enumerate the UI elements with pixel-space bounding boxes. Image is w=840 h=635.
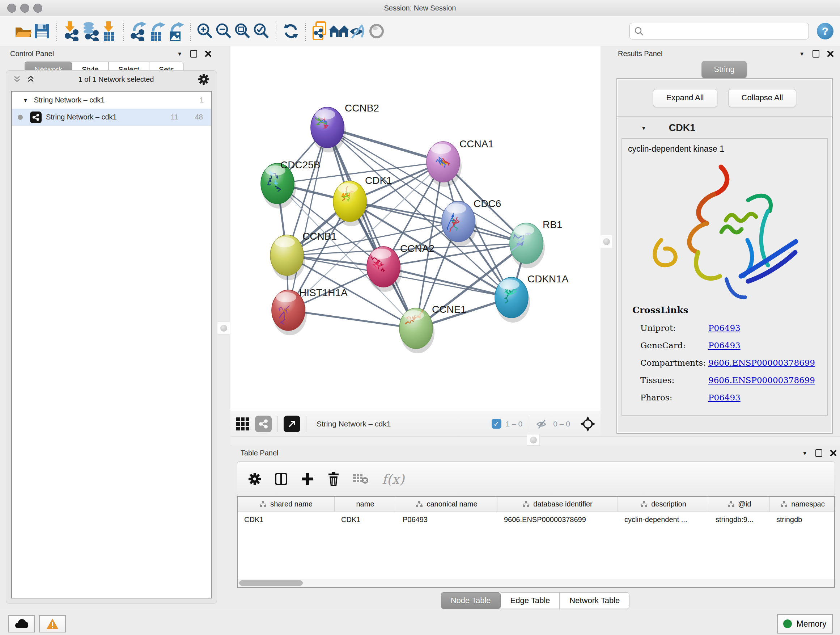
network-row[interactable]: String Network – cdk1 11 48 <box>12 109 211 126</box>
table-cell[interactable]: stringdb:9... <box>709 516 770 524</box>
network-graph[interactable]: CCNB2CCNA1CDC25BCDK1CDC6RB1CCNB1CCNA2CDK… <box>231 46 600 411</box>
birdseye-toggle-icon[interactable] <box>580 416 595 432</box>
import-network-file-button[interactable] <box>62 21 81 41</box>
crosslink-link[interactable]: 9606.ENSP00000378699 <box>708 358 815 367</box>
collection-expand-icon[interactable]: ▼ <box>23 97 28 103</box>
protein-structure-image <box>639 156 810 308</box>
scrollbar-thumb[interactable] <box>239 580 303 586</box>
node-label-CCNE1: CCNE1 <box>432 304 466 315</box>
column-header-canonical-name[interactable]: canonical name <box>396 497 497 511</box>
tab-network-table[interactable]: Network Table <box>560 592 630 609</box>
search-input[interactable] <box>646 27 804 35</box>
panel-menu-icon[interactable]: ▼ <box>799 51 805 57</box>
import-network-database-button[interactable] <box>81 21 99 41</box>
export-table-button[interactable] <box>148 21 166 41</box>
export-network-button[interactable] <box>129 21 148 41</box>
expand-all-icon[interactable] <box>27 76 34 83</box>
panel-close-icon[interactable] <box>827 51 834 57</box>
birdseye-grid-icon[interactable] <box>235 417 250 431</box>
warning-button[interactable] <box>39 615 66 632</box>
table-cell[interactable]: stringdb <box>770 516 835 524</box>
tab-node-table[interactable]: Node Table <box>441 592 501 609</box>
export-view-icon[interactable] <box>284 416 300 432</box>
expand-all-button[interactable]: Expand All <box>653 89 717 107</box>
export-image-button[interactable] <box>166 21 185 41</box>
panel-float-icon[interactable] <box>813 50 819 57</box>
network-edge-CCNE1-HIST1H1A[interactable] <box>288 310 416 328</box>
panel-menu-icon[interactable]: ▼ <box>802 450 807 456</box>
table-settings-button[interactable] <box>248 472 261 486</box>
panel-float-icon[interactable] <box>190 50 197 57</box>
table-cell[interactable]: CDK1 <box>238 516 335 524</box>
search-icon <box>634 27 644 36</box>
zoom-out-button[interactable] <box>215 21 233 41</box>
clone-network-button[interactable] <box>311 21 330 41</box>
collapse-all-icon[interactable] <box>13 76 21 83</box>
column-header-description[interactable]: description <box>618 497 709 511</box>
table-cell[interactable]: 9606.ENSP00000378699 <box>497 516 618 524</box>
table-row[interactable]: CDK1CDK1P064939606.ENSP00000378699cyclin… <box>238 512 834 527</box>
crosslink-link[interactable]: 9606.ENSP00000378699 <box>708 375 815 385</box>
import-network-database-icon <box>81 21 99 41</box>
panel-close-icon[interactable] <box>205 51 211 57</box>
collapse-all-button[interactable]: Collapse All <box>728 89 797 107</box>
crosslink-link[interactable]: P06493 <box>708 340 741 350</box>
selected-checkbox-icon[interactable]: ✓ <box>492 419 501 429</box>
search-box[interactable] <box>630 23 809 40</box>
zoom-selected-button[interactable] <box>252 21 271 41</box>
add-column-button[interactable] <box>301 472 314 486</box>
crosslink-link[interactable]: P06493 <box>708 323 741 333</box>
memory-button[interactable]: Memory <box>777 614 833 633</box>
tab-edge-table[interactable]: Edge Table <box>501 592 560 609</box>
main-toolbar: ? <box>0 16 840 46</box>
import-table-button[interactable] <box>99 21 118 41</box>
panel-close-icon[interactable] <box>830 450 836 456</box>
bottom-splitter-handle[interactable] <box>527 434 540 446</box>
table-cell[interactable]: P06493 <box>396 516 497 524</box>
help-icon: ? <box>822 25 829 37</box>
network-type-icon <box>30 111 42 123</box>
network-canvas[interactable]: CCNB2CCNA1CDC25BCDK1CDC6RB1CCNB1CCNA2CDK… <box>231 46 600 411</box>
show-columns-button[interactable] <box>274 472 288 486</box>
cloud-button[interactable] <box>8 615 35 632</box>
show-hidden-button[interactable] <box>367 21 386 41</box>
first-neighbors-button[interactable] <box>330 21 348 41</box>
refresh-button[interactable] <box>281 21 300 41</box>
column-header-namespac[interactable]: namespac <box>770 497 835 511</box>
node-label-CDK1: CDK1 <box>365 175 392 186</box>
crosslink-row: Compartments:9606.ENSP00000378699 <box>632 358 815 367</box>
help-button[interactable]: ? <box>817 23 834 40</box>
hide-selected-button[interactable] <box>348 21 367 41</box>
results-panel: Results Panel ▼ String Expand All Collap… <box>611 46 837 445</box>
zoom-in-button[interactable] <box>196 21 215 41</box>
gene-expand-icon[interactable]: ▼ <box>641 125 646 131</box>
open-session-button[interactable] <box>14 21 33 41</box>
table-horizontal-scrollbar[interactable] <box>238 579 834 587</box>
panel-float-icon[interactable] <box>815 449 822 457</box>
save-session-icon <box>34 23 50 40</box>
left-splitter-handle[interactable] <box>217 321 230 334</box>
column-header-database-identifier[interactable]: database identifier <box>497 497 618 511</box>
node-table[interactable]: shared namenamecanonical namedatabase id… <box>237 496 835 588</box>
column-header-label: @id <box>738 500 752 508</box>
table-cell[interactable]: CDK1 <box>335 516 396 524</box>
panel-menu-icon[interactable]: ▼ <box>177 51 182 57</box>
gear-icon[interactable] <box>198 73 210 85</box>
shared-column-icon <box>728 501 735 507</box>
network-collection-row[interactable]: ▼ String Network – cdk1 1 <box>12 92 211 109</box>
network-share-icon[interactable] <box>255 416 272 432</box>
column-header-@id[interactable]: @id <box>709 497 770 511</box>
clone-network-icon <box>312 21 328 41</box>
right-splitter-handle[interactable] <box>600 235 613 248</box>
zoom-fit-button[interactable] <box>233 21 252 41</box>
column-header-shared-name[interactable]: shared name <box>238 497 335 511</box>
zoom-in-icon <box>196 22 214 40</box>
save-session-button[interactable] <box>33 21 51 41</box>
delete-column-button[interactable] <box>327 472 340 486</box>
string-results-box: Expand All Collapse All ▼ CDK1 cyclin-de… <box>616 78 833 434</box>
node-label-CCNA2: CCNA2 <box>400 243 434 254</box>
tab-string[interactable]: String <box>701 61 747 78</box>
column-header-name[interactable]: name <box>335 497 396 511</box>
table-cell[interactable]: cyclin-dependent ... <box>618 516 709 524</box>
crosslink-link[interactable]: P06493 <box>708 393 741 402</box>
